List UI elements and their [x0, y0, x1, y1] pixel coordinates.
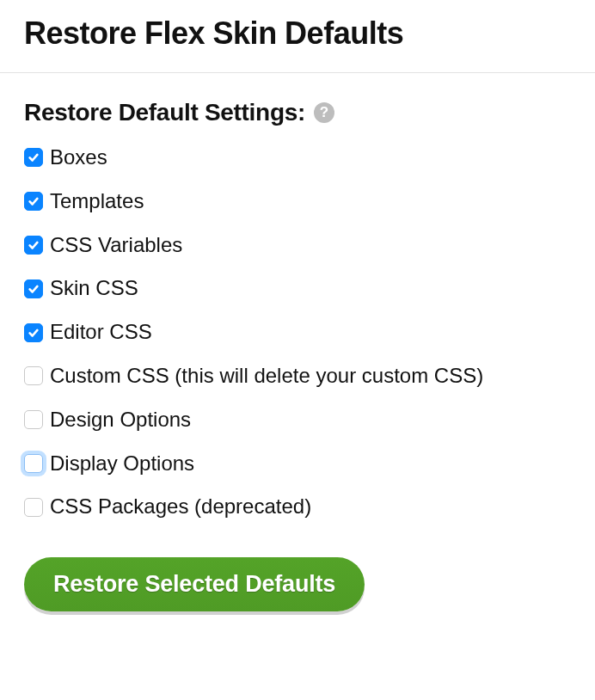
option-row: Templates	[24, 189, 571, 214]
option-label[interactable]: Boxes	[50, 145, 107, 170]
checkbox[interactable]	[24, 323, 43, 342]
option-row: CSS Packages (deprecated)	[24, 494, 571, 519]
checkbox[interactable]	[24, 279, 43, 298]
section-title: Restore Default Settings:	[24, 99, 305, 126]
option-row: Skin CSS	[24, 276, 571, 301]
section-header: Restore Default Settings: ?	[24, 99, 571, 126]
option-label[interactable]: CSS Variables	[50, 233, 182, 258]
option-label[interactable]: CSS Packages (deprecated)	[50, 494, 311, 519]
option-label[interactable]: Custom CSS (this will delete your custom…	[50, 364, 483, 389]
checkbox[interactable]	[24, 366, 43, 385]
options-list: BoxesTemplatesCSS VariablesSkin CSSEdito…	[24, 145, 571, 519]
option-row: Boxes	[24, 145, 571, 170]
help-icon[interactable]: ?	[314, 102, 334, 123]
option-label[interactable]: Templates	[50, 189, 144, 214]
checkbox[interactable]	[24, 148, 43, 167]
option-label[interactable]: Display Options	[50, 451, 194, 476]
checkbox[interactable]	[24, 454, 43, 473]
restore-defaults-button[interactable]: Restore Selected Defaults	[24, 557, 365, 611]
divider	[0, 72, 595, 73]
option-row: Custom CSS (this will delete your custom…	[24, 364, 571, 389]
option-label[interactable]: Skin CSS	[50, 276, 138, 301]
checkbox[interactable]	[24, 410, 43, 429]
option-row: CSS Variables	[24, 233, 571, 258]
option-row: Editor CSS	[24, 320, 571, 345]
option-row: Display Options	[24, 451, 571, 476]
option-label[interactable]: Editor CSS	[50, 320, 152, 345]
checkbox[interactable]	[24, 236, 43, 255]
checkbox[interactable]	[24, 192, 43, 211]
option-label[interactable]: Design Options	[50, 408, 191, 433]
checkbox[interactable]	[24, 498, 43, 517]
page-title: Restore Flex Skin Defaults	[24, 15, 571, 52]
option-row: Design Options	[24, 408, 571, 433]
